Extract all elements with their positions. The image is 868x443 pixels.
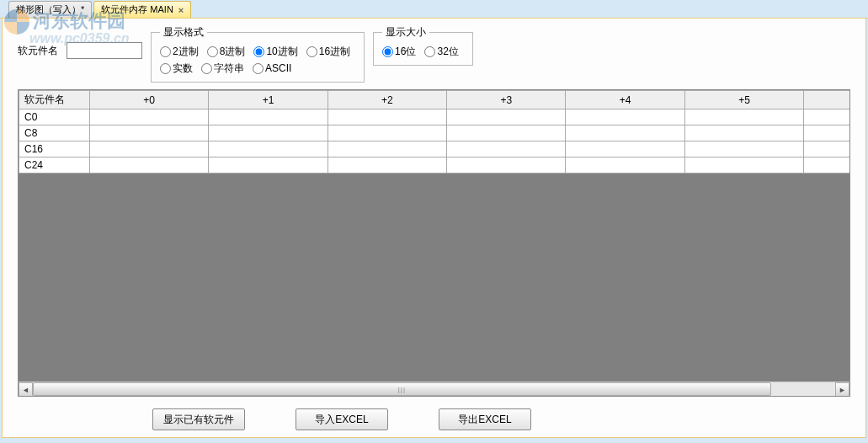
row-device-name[interactable]: C0 <box>19 109 90 125</box>
display-size-group: 显示大小 16位 32位 <box>373 25 473 66</box>
memory-table: 软元件名 +0 +1 +2 +3 +4 +5 +6 + C0C8C16C24 <box>19 90 850 173</box>
col-header[interactable]: +3 <box>447 91 566 109</box>
cell[interactable] <box>209 125 327 141</box>
cell[interactable] <box>327 109 446 125</box>
col-header[interactable]: +2 <box>327 91 446 109</box>
cell[interactable] <box>804 141 850 157</box>
cell[interactable] <box>89 157 208 173</box>
format-row-2: 实数 字符串 ASCII <box>160 60 355 77</box>
radio-32bit[interactable]: 32位 <box>424 45 458 59</box>
controls-row: 软元件名 显示格式 2进制 8进制 10进制 16进制 实数 字符串 ASCII… <box>18 25 850 83</box>
memory-table-container: 软元件名 +0 +1 +2 +3 +4 +5 +6 + C0C8C16C24 ◄… <box>18 89 850 397</box>
row-device-name[interactable]: C8 <box>19 125 90 141</box>
display-format-legend: 显示格式 <box>160 25 207 40</box>
device-name-input[interactable] <box>67 42 142 59</box>
size-row: 16位 32位 <box>382 43 464 60</box>
cell[interactable] <box>684 157 803 173</box>
tab-ladder[interactable]: 梯形图（写入）* <box>8 1 92 18</box>
cell[interactable] <box>327 141 446 157</box>
cell[interactable] <box>209 141 327 157</box>
cell[interactable] <box>804 125 850 141</box>
radio-10jin[interactable]: 10进制 <box>253 45 297 59</box>
radio-real[interactable]: 实数 <box>160 61 193 76</box>
cell[interactable] <box>566 125 684 141</box>
table-header-row: 软元件名 +0 +1 +2 +3 +4 +5 +6 + <box>19 91 851 109</box>
horizontal-scrollbar[interactable]: ◄ ► <box>19 382 849 396</box>
scroll-left-icon[interactable]: ◄ <box>19 382 33 397</box>
table-row: C24 <box>19 157 851 173</box>
cell[interactable] <box>447 141 566 157</box>
radio-2jin[interactable]: 2进制 <box>160 45 199 59</box>
table-row: C0 <box>19 109 851 125</box>
cell[interactable] <box>684 141 803 157</box>
table-body: C0C8C16C24 <box>19 109 851 173</box>
radio-8jin[interactable]: 8进制 <box>207 45 246 59</box>
tab-device-memory-main[interactable]: 软元件内存 MAIN × <box>93 1 191 18</box>
cell[interactable] <box>89 141 208 157</box>
cell[interactable] <box>89 125 208 141</box>
main-panel: 软元件名 显示格式 2进制 8进制 10进制 16进制 实数 字符串 ASCII… <box>2 19 866 438</box>
cell[interactable] <box>89 109 208 125</box>
col-header[interactable]: +0 <box>89 91 208 109</box>
cell[interactable] <box>804 109 850 125</box>
col-header[interactable]: +1 <box>209 91 327 109</box>
import-excel-button[interactable]: 导入EXCEL <box>296 408 388 430</box>
device-name-label: 软元件名 <box>18 25 58 58</box>
col-header[interactable]: +5 <box>684 91 803 109</box>
display-size-legend: 显示大小 <box>382 25 429 40</box>
close-icon[interactable]: × <box>178 5 184 15</box>
cell[interactable] <box>804 157 850 173</box>
export-excel-button[interactable]: 导出EXCEL <box>439 408 531 430</box>
col-header[interactable]: +6 <box>804 91 850 109</box>
cell[interactable] <box>327 157 446 173</box>
cell[interactable] <box>566 157 684 173</box>
tab-label: 软元件内存 MAIN <box>101 3 173 16</box>
cell[interactable] <box>447 125 566 141</box>
cell[interactable] <box>209 157 327 173</box>
row-device-name[interactable]: C24 <box>19 157 90 173</box>
table-row: C16 <box>19 141 851 157</box>
table-empty-area <box>19 173 849 382</box>
cell[interactable] <box>447 157 566 173</box>
tab-bar: 梯形图（写入）* 软元件内存 MAIN × <box>0 0 868 19</box>
tab-label: 梯形图（写入）* <box>16 3 84 16</box>
show-used-devices-button[interactable]: 显示已有软元件 <box>152 408 245 430</box>
cell[interactable] <box>566 109 684 125</box>
radio-16jin[interactable]: 16进制 <box>306 45 350 59</box>
display-format-group: 显示格式 2进制 8进制 10进制 16进制 实数 字符串 ASCII <box>151 25 365 83</box>
scroll-track[interactable] <box>33 382 835 396</box>
format-row-1: 2进制 8进制 10进制 16进制 <box>160 43 355 60</box>
scroll-thumb[interactable] <box>33 382 771 396</box>
radio-16bit[interactable]: 16位 <box>382 45 416 59</box>
cell[interactable] <box>447 109 566 125</box>
row-device-name[interactable]: C16 <box>19 141 90 157</box>
cell[interactable] <box>684 109 803 125</box>
radio-string[interactable]: 字符串 <box>201 61 244 76</box>
cell[interactable] <box>327 125 446 141</box>
cell[interactable] <box>684 125 803 141</box>
cell[interactable] <box>209 109 327 125</box>
cell[interactable] <box>566 141 684 157</box>
table-row: C8 <box>19 125 851 141</box>
radio-ascii[interactable]: ASCII <box>253 62 291 74</box>
button-row: 显示已有软元件 导入EXCEL 导出EXCEL <box>152 408 850 430</box>
col-header[interactable]: +4 <box>566 91 684 109</box>
col-header-device-name[interactable]: 软元件名 <box>19 91 90 109</box>
scroll-right-icon[interactable]: ► <box>835 382 849 397</box>
